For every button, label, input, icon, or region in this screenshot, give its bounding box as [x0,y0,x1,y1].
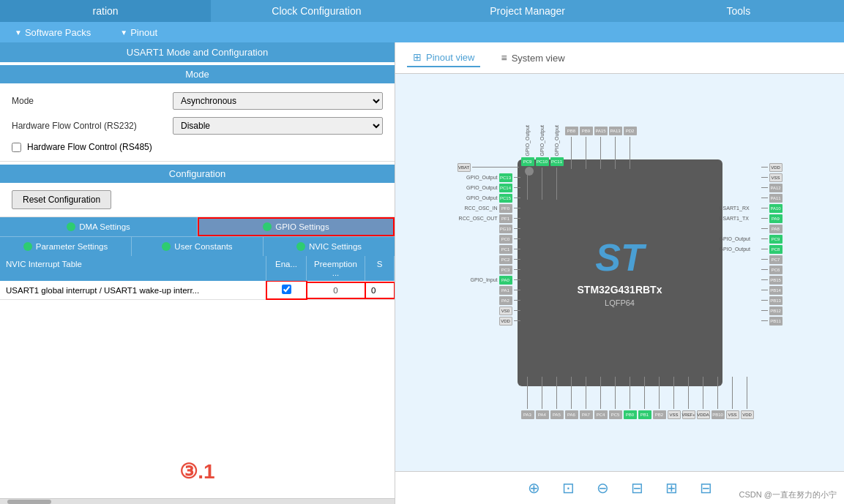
bottom-pin: VSS [668,377,681,421]
tabs-row-2: Parameter Settings User Constants NVIC S… [0,236,395,256]
right-panel: ⊞ Pinout view ≡ System view ST STM32G431… [395,42,844,504]
hw-flow-select[interactable]: Disable [173,117,383,135]
tab-nvic-settings[interactable]: NVIC Settings [264,237,395,256]
left-scrollbar-thumb[interactable] [7,500,51,504]
bottom-pin: PB10 [712,377,725,421]
annotation-label: ③.1 [179,459,214,484]
main-layout: USART1 Mode and Configuration Mode Mode … [0,42,844,504]
nav-item-ration[interactable]: ration [0,0,211,22]
tab-system-view[interactable]: ≡ System view [495,49,570,67]
tab-gpio-settings[interactable]: GPIO Settings [198,217,395,236]
config-section: Reset Configuration [0,183,395,217]
layout-icon[interactable]: ⊞ [665,479,678,497]
left-panel: USART1 Mode and Configuration Mode Mode … [0,42,395,504]
mode-label: Mode [12,96,173,106]
nvic-interrupt-label: USART1 global interrupt / USART1 wake-up… [0,282,266,298]
reset-config-button[interactable]: Reset Configuration [12,190,111,209]
left-pin: GPIO_Output PC15 [458,194,520,203]
nvic-col-label: NVIC Interrupt Table [0,256,266,281]
chip-name: STM32G431RBTx [578,284,662,296]
right-pin: PB11 [720,317,783,326]
zoom-in-icon[interactable]: ⊕ [528,479,540,497]
right-pin: PA11 [720,194,783,203]
top-pin: PB8 [565,125,578,200]
bottom-pin: PA5 [550,377,564,421]
sub-nav: ▼ Software Packs ▼ Pinout [0,22,844,42]
left-scrollbar[interactable] [0,498,395,504]
right-pin: VDD [720,163,783,172]
left-pin: PC0 [458,235,520,244]
left-pin: GPIO_Output PC14 [458,184,520,192]
nvic-col-pre: Preemption ... [307,256,365,281]
user-tab-icon [162,242,171,251]
rs485-checkbox[interactable] [12,143,21,152]
pinout-view-icon: ⊞ [413,51,422,63]
right-pin-pa9: USART1_TX PA9 [720,214,783,223]
rs485-row: Hardware Flow Control (RS485) [12,142,383,152]
top-pin: PD2 [624,125,637,200]
left-pin: PA1 [458,286,520,295]
left-pin: PC1 [458,245,520,254]
bottom-pin: PB0 [624,377,637,421]
view-tabs: ⊞ Pinout view ≡ System view [395,42,844,74]
export-icon[interactable]: ⊟ [631,479,643,497]
gpio-tab-icon [263,222,272,231]
subnav-pinout[interactable]: ▼ Pinout [105,22,172,42]
nav-item-project-manager[interactable]: Project Manager [422,0,633,22]
tab-parameter-settings[interactable]: Parameter Settings [0,237,132,256]
right-pin: PC7 [720,255,783,264]
mode-select[interactable]: Asynchronous [173,92,383,110]
right-pin: PB13 [720,296,783,305]
chip-package: LQFP64 [605,298,635,307]
left-pin: VS0 [458,306,520,315]
bottom-pins: PA3 PA4 PA5 PA6 [521,377,754,421]
left-pin: GPIO_Output PC13 [458,173,520,182]
tab-dma-settings[interactable]: DMA Settings [0,217,198,236]
mode-section: Mode Asynchronous Hardware Flow Control … [0,83,395,162]
right-pin: PA12 [720,184,783,192]
right-pin-pc9: GPIO_Output PC9 [720,235,783,244]
system-view-icon: ≡ [501,52,507,64]
panel-header: USART1 Mode and Configuration [0,42,395,62]
nvic-enable-checkbox[interactable] [282,285,291,294]
bottom-pin: VDDA [697,377,710,421]
settings-icon[interactable]: ⊟ [700,479,712,497]
right-pin: PB14 [720,286,783,295]
chevron-icon: ▼ [15,29,22,37]
hw-flow-row: Hardware Flow Control (RS232) Disable [12,117,383,135]
nvic-tab-icon [296,242,305,251]
left-pin: GPIO_Input PA0 [458,276,520,285]
left-pin: RCC_OSC_OUT PF1 [458,214,520,223]
chip-diagram: ST STM32G431RBTx LQFP64 GPIO_Output PC9 … [452,119,788,426]
mode-section-title: Mode [0,65,395,83]
hw-flow-label: Hardware Flow Control (RS232) [12,121,173,131]
bottom-pin: VREF+ [682,377,695,421]
bottom-pin: PB1 [638,377,651,421]
top-pins: GPIO_Output PC9 GPIO_Output PC10 GPIO_Ou… [521,125,637,200]
nvic-sub-cell: 0 [365,282,395,298]
nvic-enable-cell[interactable] [266,281,307,299]
left-pin: PC2 [458,255,520,264]
zoom-out-icon[interactable]: ⊖ [597,479,609,497]
nvic-row: USART1 global interrupt / USART1 wake-up… [0,281,395,300]
tab-user-constants[interactable]: User Constants [132,237,264,256]
nvic-table-body: USART1 global interrupt / USART1 wake-up… [0,281,395,383]
chip-logo: ST [595,238,643,277]
bottom-pin: PC5 [609,377,622,421]
nav-item-tools[interactable]: Tools [633,0,844,22]
right-pin: PB15 [720,276,783,285]
nav-item-clock-config[interactable]: Clock Configuration [211,0,422,22]
left-pin: VDD [458,317,520,326]
left-pin: RCC_OSC_IN PF0 [458,204,520,213]
right-pin: PC6 [720,266,783,274]
right-pin-pc8: GPIO_Output PC8 [720,245,783,254]
bottom-pin: PA7 [580,377,593,421]
nvic-preemption-cell: 0 [307,282,365,298]
bottom-pin: PC4 [594,377,608,421]
top-pin: GPIO_Output PC9 [521,125,534,200]
subnav-software-packs[interactable]: ▼ Software Packs [0,22,105,42]
top-nav: ration Clock Configuration Project Manag… [0,0,844,22]
fit-icon[interactable]: ⊡ [562,479,575,497]
tab-pinout-view[interactable]: ⊞ Pinout view [407,48,480,67]
nvic-table-header: NVIC Interrupt Table Ena... Preemption .… [0,256,395,281]
